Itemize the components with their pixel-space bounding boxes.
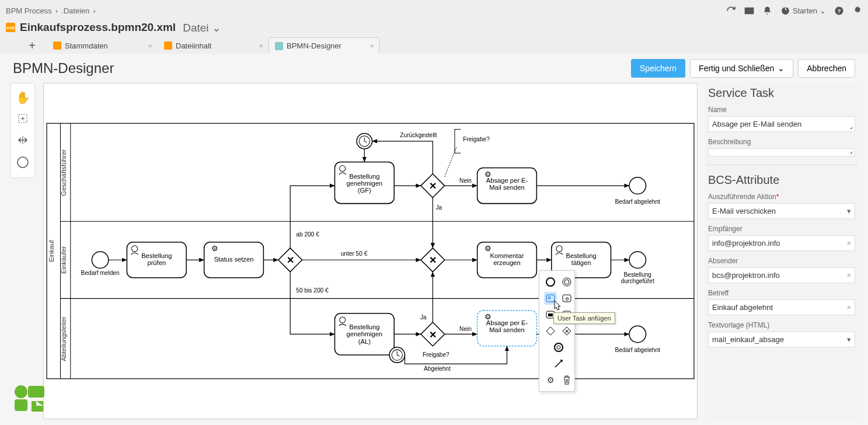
append-gateway-x-icon[interactable]: ✕ <box>560 325 573 337</box>
svg-text:Ja: Ja <box>435 204 442 211</box>
props-section-title: BCS-Attribute <box>706 170 857 190</box>
tab-stammdaten[interactable]: Stammdaten × <box>47 37 158 54</box>
svg-rect-0 <box>745 8 753 13</box>
gear-icon[interactable] <box>852 6 862 16</box>
svg-text:?: ? <box>837 8 841 14</box>
svg-point-51 <box>564 280 569 284</box>
node-label: Bedarf melden <box>81 270 120 276</box>
svg-rect-57 <box>548 313 553 316</box>
append-user-task-icon[interactable] <box>544 292 557 305</box>
breadcrumb: BPM Process› .Dateien› <box>6 6 96 15</box>
svg-point-53 <box>548 297 550 299</box>
append-intermediate-event-icon[interactable] <box>560 276 573 288</box>
file-name: Einkaufsprozess.bpmn20.xml <box>20 21 176 34</box>
append-inclusive-gateway-icon[interactable] <box>552 341 565 354</box>
close-icon[interactable]: × <box>148 41 152 50</box>
finish-close-button[interactable]: Fertig und Schließen⌄ <box>690 59 793 78</box>
append-gateway-icon[interactable] <box>544 325 557 337</box>
svg-text:✕: ✕ <box>429 329 437 340</box>
lane-label: Abteilungsleiter <box>60 316 67 361</box>
props-subject-input[interactable]: Einkauf abgelehnt× <box>708 299 855 315</box>
pool-label: Einkauf <box>48 239 55 262</box>
props-name-input[interactable]: Absage per E-Mail senden <box>708 116 855 132</box>
tab-label: Stammdaten <box>65 41 108 50</box>
add-tab-button[interactable]: + <box>18 37 47 54</box>
page-title: BPMN-Designer <box>13 60 114 76</box>
bpmn-icon <box>275 42 283 50</box>
bell-icon[interactable] <box>762 6 772 16</box>
svg-text:Freigabe?: Freigabe? <box>423 351 449 358</box>
svg-text:Nein: Nein <box>459 326 472 332</box>
tab-label: Dateiinhalt <box>176 41 211 50</box>
svg-rect-63 <box>28 386 44 398</box>
connect-icon[interactable] <box>552 357 565 370</box>
svg-text:Bedarf abgelehnt: Bedarf abgelehnt <box>615 198 661 205</box>
props-label: Name <box>706 104 857 115</box>
svg-text:⚙: ⚙ <box>211 244 218 253</box>
props-label: Empfänger <box>706 224 857 234</box>
tab-dateiinhalt[interactable]: Dateiinhalt × <box>158 37 269 54</box>
tooltip: User Task anfügen <box>553 312 615 324</box>
svg-point-62 <box>15 385 27 398</box>
svg-text:Freigabe?: Freigabe? <box>463 136 490 142</box>
svg-text:⚙: ⚙ <box>484 244 491 253</box>
svg-text:Nein: Nein <box>459 177 472 184</box>
props-label: Auszuführende Aktion* <box>706 191 857 202</box>
close-icon[interactable]: × <box>369 41 374 50</box>
props-label: Betreff <box>706 288 857 298</box>
help-icon[interactable]: ? <box>834 6 844 16</box>
trash-icon[interactable] <box>560 374 573 386</box>
start-menu[interactable]: Starten ⌄ <box>780 6 826 16</box>
props-action-select[interactable]: E-Mail verschicken <box>708 203 855 219</box>
close-icon[interactable]: × <box>259 41 263 50</box>
lane-label: Geschäftsführer <box>60 149 67 196</box>
file-type-label[interactable]: Datei ⌄ <box>183 21 221 34</box>
props-desc-input[interactable] <box>708 148 855 156</box>
space-tool-icon[interactable] <box>17 134 29 148</box>
append-service-task-icon[interactable]: ⚙ <box>560 292 573 305</box>
save-button[interactable]: Speichern <box>631 59 685 78</box>
props-label: Beschreibung <box>706 137 857 147</box>
svg-rect-64 <box>15 399 27 411</box>
lasso-tool-icon[interactable] <box>17 113 29 126</box>
xml-icon <box>53 41 61 50</box>
svg-point-49 <box>546 278 555 286</box>
start-event[interactable] <box>92 252 108 268</box>
refresh-icon[interactable] <box>726 6 736 16</box>
tab-bpmn-designer[interactable]: BPMN-Designer × <box>269 37 379 54</box>
end-event-declined-2[interactable] <box>629 326 646 342</box>
svg-text:✕: ✕ <box>287 255 294 265</box>
svg-text:Bedarf abgelehnt: Bedarf abgelehnt <box>615 347 661 353</box>
tab-label: BPMN-Designer <box>287 41 341 50</box>
lane-label: Einkäufer <box>60 246 67 274</box>
svg-point-60 <box>555 343 563 351</box>
bpmn-canvas[interactable]: Einkauf Geschäftsführer Einkäufer Abteil… <box>43 83 698 419</box>
svg-text:✕: ✕ <box>429 180 437 191</box>
hand-tool-icon[interactable]: ✋ <box>16 90 30 104</box>
cancel-button[interactable]: Abbrechen <box>798 59 855 78</box>
svg-text:Absage per E-Mail senden: Absage per E-Mail senden <box>486 319 528 333</box>
settings-icon[interactable]: ⚙ <box>544 374 557 386</box>
svg-text:⚙: ⚙ <box>565 297 569 302</box>
mail-icon[interactable] <box>744 6 754 16</box>
end-event-declined-1[interactable] <box>629 177 646 194</box>
breadcrumb-item[interactable]: BPM Process <box>6 6 52 15</box>
context-menu[interactable]: ⚙ ✕ ⚙ <box>539 270 575 392</box>
end-event-done[interactable] <box>629 252 646 268</box>
breadcrumb-item[interactable]: .Dateien <box>61 6 89 15</box>
file-type-icon: xml <box>6 23 15 32</box>
props-template-select[interactable]: mail_einkauf_absage <box>708 332 855 347</box>
properties-panel: Service Task Name Absage per E-Mail send… <box>706 83 857 419</box>
props-to-input[interactable]: info@projektron.info× <box>708 235 855 251</box>
app-logo-icon <box>14 385 46 414</box>
svg-text:ab 200 €: ab 200 € <box>296 231 319 238</box>
svg-text:Absage per E-Mail senden: Absage per E-Mail senden <box>486 177 528 191</box>
props-section-title: Service Task <box>706 83 857 103</box>
svg-text:Ja: Ja <box>420 314 427 321</box>
append-end-event-icon[interactable] <box>544 276 557 288</box>
props-from-input[interactable]: bcs@projektron.info× <box>708 267 855 283</box>
start-event-tool-icon[interactable] <box>16 156 29 170</box>
svg-text:✕: ✕ <box>429 255 437 265</box>
svg-point-7 <box>18 157 28 168</box>
svg-text:Bestellungdurchgeführt: Bestellungdurchgeführt <box>621 271 654 284</box>
